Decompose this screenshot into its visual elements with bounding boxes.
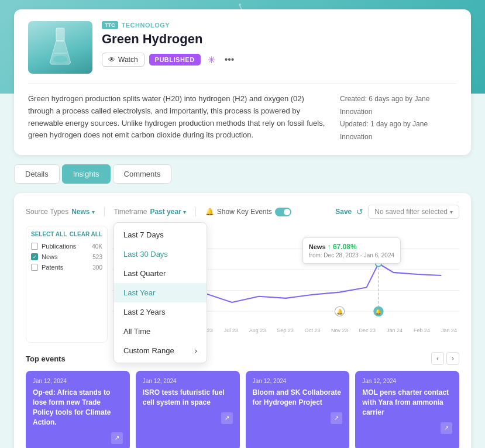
tooltip-change: ↑ 67.08% bbox=[328, 243, 357, 251]
source-types-label: Source Types bbox=[26, 208, 68, 216]
top-events-title: Top events bbox=[26, 354, 66, 363]
svg-text:🔔: 🔔 bbox=[375, 309, 382, 316]
x-label: Jul 23 bbox=[224, 328, 238, 333]
tab-insights[interactable]: Insights bbox=[62, 164, 111, 184]
badge-ttc: TTC bbox=[102, 21, 118, 29]
source-news[interactable]: News 523 bbox=[31, 251, 102, 262]
next-arrow[interactable]: › bbox=[446, 352, 459, 365]
chevron-down-icon-2: ▾ bbox=[183, 209, 186, 215]
source-publications[interactable]: Publications 40K bbox=[31, 241, 102, 251]
tooltip-title: News ↑ 67.08% bbox=[309, 243, 394, 251]
clear-all-button[interactable]: CLEAR ALL bbox=[70, 231, 102, 237]
card-meta: Created: 6 days ago by Jane Innovation U… bbox=[340, 93, 457, 143]
prev-arrow[interactable]: ‹ bbox=[431, 352, 444, 365]
chart-tooltip: News ↑ 67.08% from: Dec 28, 2023 - Jan 6… bbox=[302, 237, 401, 264]
eye-icon: 👁 bbox=[108, 56, 115, 64]
filters-row: Source Types News ▾ Timeframe Past year … bbox=[26, 205, 459, 219]
dropdown-last-7-days[interactable]: Last 7 Days bbox=[114, 225, 207, 244]
source-patents[interactable]: Patents 300 bbox=[31, 262, 102, 273]
more-options-button[interactable]: ••• bbox=[222, 53, 237, 66]
event-card-0[interactable]: Jan 12, 2024 Op-ed: Africa stands to los… bbox=[26, 371, 130, 448]
badge-category: TECHNOLOGY bbox=[122, 22, 170, 29]
card-title: Green Hydrogen bbox=[102, 32, 457, 47]
event-icon-0: ↗ bbox=[111, 432, 123, 444]
select-all-button[interactable]: SELECT ALL bbox=[31, 231, 67, 237]
news-checkbox[interactable] bbox=[31, 253, 38, 260]
event-title-3: MOL pens charter contact with Yara from … bbox=[362, 388, 452, 417]
publications-checkbox[interactable] bbox=[31, 243, 38, 250]
x-label: Jan 24 bbox=[441, 328, 457, 333]
x-label: Jan 24 bbox=[387, 328, 403, 333]
nav-arrows: ‹ › bbox=[431, 352, 459, 365]
dropdown-last-30-days[interactable]: Last 30 Days bbox=[114, 244, 207, 264]
svg-text:🔔: 🔔 bbox=[336, 309, 343, 316]
timeframe-filter-value: Past year bbox=[150, 208, 181, 216]
svg-rect-6 bbox=[56, 28, 64, 41]
svg-point-7 bbox=[53, 56, 67, 63]
x-label: Sep 23 bbox=[277, 328, 294, 333]
bell-icon: 🔔 bbox=[205, 208, 214, 216]
dropdown-custom-range[interactable]: Custom Range › bbox=[114, 341, 207, 360]
timeframe-label: Timeframe bbox=[114, 208, 147, 216]
dropdown-last-2-years[interactable]: Last 2 Years bbox=[114, 302, 207, 322]
chart-area: SELECT ALL CLEAR ALL Publications 40K Ne… bbox=[26, 226, 459, 343]
flask-icon bbox=[46, 27, 75, 68]
news-label: News bbox=[42, 253, 89, 260]
undo-button[interactable]: ↺ bbox=[355, 206, 364, 218]
asterisk-button[interactable]: ✳ bbox=[205, 53, 218, 67]
patents-checkbox[interactable] bbox=[31, 264, 38, 271]
event-date-0: Jan 12, 2024 bbox=[33, 378, 123, 384]
published-button[interactable]: PUBLISHED bbox=[149, 54, 201, 66]
publications-label: Publications bbox=[42, 243, 88, 250]
key-events-toggle-switch[interactable] bbox=[275, 208, 291, 216]
top-events-section: Top events ‹ › Jan 12, 2024 Op-ed: Afric… bbox=[26, 352, 459, 448]
timeframe-dropdown: Last 7 Days Last 30 Days Last Quarter La… bbox=[113, 222, 207, 363]
tab-details[interactable]: Details bbox=[14, 164, 60, 184]
save-button[interactable]: Save bbox=[335, 208, 352, 216]
x-label: Oct 23 bbox=[305, 328, 321, 333]
dropdown-last-quarter[interactable]: Last Quarter bbox=[114, 264, 207, 283]
news-count: 523 bbox=[92, 254, 102, 260]
source-types-filter[interactable]: Source Types News ▾ bbox=[26, 208, 95, 216]
filter-divider-1 bbox=[104, 207, 105, 216]
card-description: Green hydrogen production splits water (… bbox=[28, 93, 326, 143]
event-card-3[interactable]: Jan 12, 2024 MOL pens charter contact wi… bbox=[355, 371, 459, 448]
tooltip-date: from: Dec 28, 2023 - Jan 6, 2024 bbox=[309, 252, 394, 259]
dropdown-last-year[interactable]: Last Year bbox=[114, 283, 207, 302]
saved-filter-dropdown[interactable]: No saved filter selected ▾ bbox=[368, 205, 459, 219]
main-card: TTC TECHNOLOGY Green Hydrogen 👁 Watch PU… bbox=[14, 9, 471, 155]
x-label: Nov 23 bbox=[331, 328, 348, 333]
event-title-2: Bloom and SK Collaborate for Hydrogen Pr… bbox=[253, 388, 343, 408]
chevron-down-icon-3: ▾ bbox=[450, 209, 453, 215]
save-section: Save ↺ No saved filter selected ▾ bbox=[335, 205, 459, 219]
timeframe-filter[interactable]: Timeframe Past year ▾ bbox=[114, 208, 186, 216]
event-date-1: Jan 12, 2024 bbox=[143, 378, 233, 384]
x-label: Aug 23 bbox=[249, 328, 266, 333]
show-key-events-toggle[interactable]: 🔔 Show Key Events bbox=[205, 208, 291, 216]
watch-button[interactable]: 👁 Watch bbox=[102, 53, 145, 67]
event-date-2: Jan 12, 2024 bbox=[253, 378, 343, 384]
chevron-down-icon: ▾ bbox=[92, 209, 95, 215]
event-card-2[interactable]: Jan 12, 2024 Bloom and SK Collaborate fo… bbox=[246, 371, 350, 448]
insights-panel: Source Types News ▾ Timeframe Past year … bbox=[14, 193, 471, 448]
show-key-events-label: Show Key Events bbox=[217, 208, 272, 216]
filter-divider-2 bbox=[195, 207, 196, 216]
publications-count: 40K bbox=[92, 243, 102, 250]
dropdown-all-time[interactable]: All Time bbox=[114, 322, 207, 341]
x-label: Dec 23 bbox=[359, 328, 376, 333]
event-icon-3: ↗ bbox=[441, 422, 452, 434]
card-image bbox=[28, 21, 92, 74]
tabs-row: Details Insights Comments bbox=[14, 164, 471, 184]
event-date-3: Jan 12, 2024 bbox=[362, 378, 452, 384]
event-card-1[interactable]: Jan 12, 2024 ISRO tests futuristic fuel … bbox=[136, 371, 240, 448]
saved-filter-label: No saved filter selected bbox=[374, 208, 448, 216]
x-label: Feb 24 bbox=[414, 328, 430, 333]
event-icon-1: ↗ bbox=[221, 412, 233, 424]
event-icon-2: ↗ bbox=[331, 412, 342, 424]
event-title-0: Op-ed: Africa stands to lose form new Tr… bbox=[33, 388, 123, 427]
events-grid: Jan 12, 2024 Op-ed: Africa stands to los… bbox=[26, 371, 459, 448]
card-info: TTC TECHNOLOGY Green Hydrogen 👁 Watch PU… bbox=[102, 21, 457, 67]
source-panel: SELECT ALL CLEAR ALL Publications 40K Ne… bbox=[26, 226, 108, 343]
tab-comments[interactable]: Comments bbox=[113, 164, 172, 184]
updated-text: Updated: 1 day ago by Jane Innovation bbox=[340, 118, 457, 143]
